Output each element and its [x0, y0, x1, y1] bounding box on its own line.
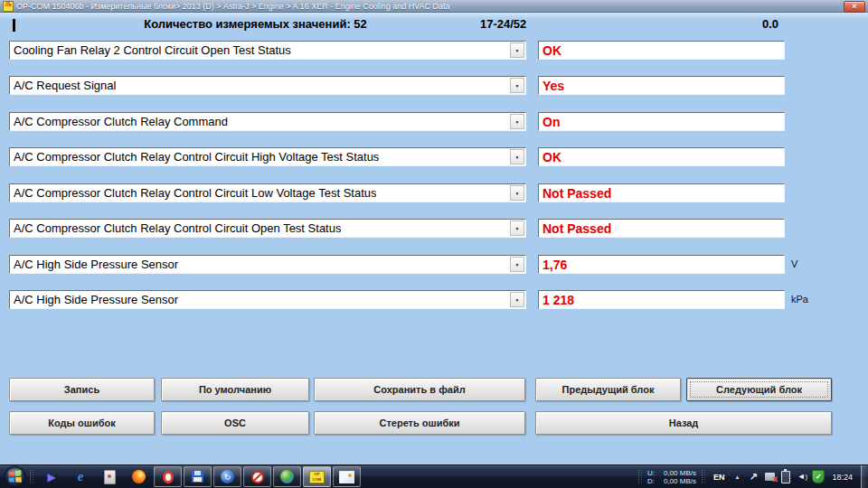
network-speed-indicator: U: 0,00 MB/s D: 0,00 MB/s — [647, 469, 696, 485]
parameter-name-label: A/C Compressor Clutch Relay Command — [14, 115, 228, 128]
combobox-dropdown-arrow-icon[interactable] — [510, 185, 524, 201]
network-error-icon-glyph: × — [765, 473, 775, 481]
sync-app-icon[interactable]: ↻ — [213, 466, 241, 487]
screen: OP COM OP-COM 150406b - Измерительные бл… — [0, 0, 868, 488]
erase-codes-button[interactable]: Стереть ошибки — [314, 411, 525, 435]
windows-logo-icon — [4, 465, 26, 488]
close-button[interactable]: × — [844, 1, 865, 13]
start-button[interactable] — [4, 465, 26, 488]
firefox-icon-glyph — [132, 470, 146, 483]
upload-value: 0,00 MB/s — [656, 469, 696, 477]
parameter-name-label: A/C High Side Pressure Sensor — [14, 258, 178, 271]
image-viewer-icon[interactable] — [333, 466, 361, 487]
save-to-file-button[interactable]: Сохранить в файл — [314, 378, 525, 401]
removable-device-icon[interactable] — [98, 466, 121, 488]
blocked-sign-app-icon-glyph — [251, 471, 264, 483]
parameter-value-field: On — [538, 112, 785, 131]
upload-speed-row: U: 0,00 MB/s — [647, 469, 696, 477]
measured-values-count: Количество измеряемых значений: 52 — [0, 17, 511, 31]
taskbar-clock[interactable]: 18:24 — [832, 473, 853, 482]
floppy-save-app-icon-glyph — [192, 471, 203, 483]
system-tray: U: 0,00 MB/s D: 0,00 MB/s EN ▲↗×◄)✓ 18:2… — [635, 465, 868, 488]
download-value: 0,00 MB/s — [656, 477, 696, 485]
block-range: 17-24/52 — [480, 17, 526, 31]
network-error-icon-glyph: × — [772, 474, 778, 484]
internet-explorer-icon-glyph: e — [78, 470, 84, 483]
app-workspace: Количество измеряемых значений: 52 17-24… — [0, 12, 868, 465]
parameter-name-label: A/C Compressor Clutch Relay Control Circ… — [14, 186, 376, 200]
osc-button[interactable]: OSC — [161, 411, 309, 435]
security-shield-icon-glyph: ✓ — [812, 470, 825, 483]
combobox-dropdown-arrow-icon[interactable] — [510, 114, 524, 129]
parameter-value-field: 1,76 — [538, 255, 785, 274]
network-error-icon[interactable]: × — [762, 470, 777, 484]
trouble-codes-button[interactable]: Коды ошибок — [9, 411, 155, 435]
media-play-icon-glyph: ▶ — [47, 472, 55, 483]
combobox-dropdown-arrow-icon[interactable] — [510, 42, 524, 58]
parameter-value-field: 1 218 — [538, 290, 785, 309]
taskbar-icons: ▶e↻OP COM — [37, 465, 362, 488]
opera-icon-glyph — [163, 471, 174, 483]
image-viewer-icon-glyph — [339, 471, 354, 483]
combobox-dropdown-arrow-icon[interactable] — [510, 78, 524, 93]
opcom-titlebar-icon: OP COM — [3, 1, 14, 12]
parameter-combobox[interactable]: A/C High Side Pressure Sensor — [9, 255, 526, 274]
taskbar-grip — [702, 470, 705, 483]
parameter-name-label: A/C Compressor Clutch Relay Control Circ… — [14, 150, 379, 164]
download-manager-icon-glyph — [280, 470, 294, 483]
parameter-value-field: OK — [538, 147, 785, 166]
volume-icon-glyph: ◄) — [797, 473, 808, 481]
upload-label: U: — [647, 469, 656, 477]
next-block-button[interactable]: Следующий блок — [686, 378, 832, 401]
parameter-combobox[interactable]: A/C Request Signal — [9, 76, 526, 95]
internet-explorer-icon[interactable]: e — [69, 466, 92, 488]
battery-icon[interactable] — [778, 470, 793, 484]
parameter-combobox[interactable]: A/C Compressor Clutch Relay Command — [9, 112, 526, 131]
removable-device-icon-glyph — [104, 470, 116, 484]
security-shield-icon[interactable]: ✓ — [811, 470, 826, 484]
show-desktop-button[interactable] — [861, 465, 868, 488]
media-play-icon[interactable]: ▶ — [40, 466, 63, 488]
combobox-dropdown-arrow-icon[interactable] — [510, 257, 524, 272]
parameter-name-label: A/C Request Signal — [14, 79, 116, 92]
close-icon: × — [852, 3, 856, 11]
download-speed-row: D: 0,00 MB/s — [647, 477, 696, 485]
combobox-dropdown-arrow-icon[interactable] — [510, 292, 524, 307]
parameter-value-field: Not Passed — [538, 183, 785, 202]
parameter-combobox[interactable]: A/C Compressor Clutch Relay Control Circ… — [9, 147, 526, 166]
parameter-value-field: Not Passed — [538, 219, 785, 238]
opcom-app-icon-glyph: OP COM — [309, 471, 325, 483]
tray-icons: ▲↗×◄)✓ — [729, 470, 826, 484]
parameter-combobox[interactable]: A/C High Side Pressure Sensor — [9, 290, 526, 309]
hidden-icons-arrow-icon-glyph: ▲ — [734, 474, 740, 480]
parameter-value-field: Yes — [538, 76, 785, 95]
volume-icon[interactable]: ◄) — [795, 470, 809, 484]
remote-arrow-icon[interactable]: ↗ — [746, 470, 760, 484]
download-manager-icon[interactable] — [273, 466, 301, 487]
window-title: OP-COM 150406b - Измерительные блоки> 20… — [16, 2, 450, 11]
combobox-dropdown-arrow-icon[interactable] — [510, 221, 524, 236]
combobox-dropdown-arrow-icon[interactable] — [510, 149, 524, 164]
parameter-combobox[interactable]: A/C Compressor Clutch Relay Control Circ… — [9, 219, 526, 238]
download-label: D: — [647, 477, 656, 485]
previous-block-button[interactable]: Предыдущий блок — [535, 378, 681, 401]
floppy-save-app-icon[interactable] — [184, 466, 212, 487]
taskbar-grip — [30, 470, 33, 483]
blocked-sign-app-icon[interactable] — [243, 466, 271, 487]
parameter-combobox[interactable]: A/C Compressor Clutch Relay Control Circ… — [9, 183, 526, 202]
opera-icon[interactable] — [154, 466, 182, 487]
taskbar-grip — [638, 470, 642, 483]
opcom-app-icon[interactable]: OP COM — [303, 466, 331, 487]
battery-icon-glyph — [781, 471, 790, 483]
remote-arrow-icon-glyph: ↗ — [750, 472, 758, 482]
back-button[interactable]: Назад — [535, 411, 832, 435]
parameter-name-label: A/C High Side Pressure Sensor — [14, 293, 178, 306]
hidden-icons-arrow-icon[interactable]: ▲ — [730, 470, 744, 484]
language-indicator[interactable]: EN — [713, 473, 725, 482]
volume-icon-glyph: ) — [806, 473, 808, 481]
parameter-combobox[interactable]: Cooling Fan Relay 2 Control Circuit Open… — [9, 41, 526, 60]
default-button[interactable]: По умолчанию — [161, 378, 309, 401]
firefox-icon[interactable] — [127, 466, 150, 488]
parameter-value-field: OK — [538, 41, 785, 60]
record-button[interactable]: Запись — [9, 378, 155, 401]
